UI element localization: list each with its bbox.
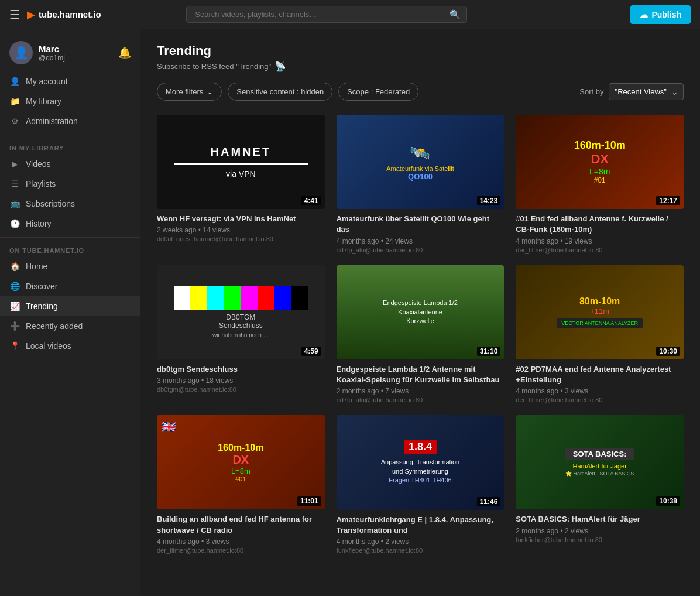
video-meta: 2 weeks ago • 14 views <box>157 226 325 234</box>
notification-bell-icon[interactable]: 🔔 <box>118 46 131 59</box>
playlist-icon: ☰ <box>9 179 20 189</box>
video-channel[interactable]: funkfieber@tube.hamnet.io:80 <box>516 536 684 543</box>
page-subtitle: Subscribe to RSS feed "Trending" 📡 <box>157 61 684 72</box>
video-meta: 4 months ago • 2 views <box>337 537 505 546</box>
sidebar-item-administration[interactable]: ⚙ Administration <box>0 111 140 131</box>
trending-icon: 📈 <box>9 302 20 311</box>
sidebar-item-discover[interactable]: 🌐 Discover <box>0 276 140 296</box>
video-duration: 11:46 <box>477 497 501 506</box>
sidebar: 👤 Marc @do1mj 🔔 👤 My account 📁 My librar… <box>0 29 140 596</box>
video-info: Endgespeiste Lambda 1/2 Antenne mit Koax… <box>337 364 505 403</box>
video-card[interactable]: Endgespeiste Lambda 1/2KoaxialantenneKur… <box>337 265 505 404</box>
video-channel[interactable]: dd7lp_afu@tube.hamnet.io:80 <box>337 246 505 254</box>
video-meta: 4 months ago • 19 views <box>516 237 684 245</box>
chevron-sort-icon: ⌄ <box>671 87 678 97</box>
sidebar-on-section-label: ON TUBE.HAMNET.IO <box>0 241 140 256</box>
menu-icon[interactable]: ☰ <box>9 8 20 22</box>
video-meta: 2 months ago • 7 views <box>337 387 505 395</box>
logo-text: tube.hamnet.io <box>39 9 101 19</box>
sidebar-item-videos[interactable]: ▶ Videos <box>0 154 140 174</box>
rss-icon[interactable]: 📡 <box>274 61 286 72</box>
logo[interactable]: ▶ tube.hamnet.io <box>27 8 101 21</box>
video-duration: 4:59 <box>301 347 321 356</box>
publish-button[interactable]: ☁ Publish <box>630 5 691 24</box>
video-thumb-wrap: HAMNETvia VPN4:41 <box>157 115 325 209</box>
video-grid: HAMNETvia VPN4:41Wenn HF versagt: via VP… <box>157 115 684 554</box>
video-duration: 10:30 <box>656 347 680 356</box>
sidebar-item-trending[interactable]: 📈 Trending <box>0 296 140 316</box>
sidebar-item-history[interactable]: 🕐 History <box>0 214 140 234</box>
sidebar-user: 👤 Marc @do1mj 🔔 <box>0 34 140 71</box>
sidebar-item-label: History <box>26 219 52 228</box>
sort-select-wrapper: "Recent Views" ⌄ <box>609 83 684 100</box>
scope-filter-button[interactable]: Scope : Federated <box>338 83 418 101</box>
video-duration: 12:17 <box>656 196 680 205</box>
sidebar-item-my-account[interactable]: 👤 My account <box>0 71 140 91</box>
page-title: Trending <box>157 43 684 59</box>
video-card[interactable]: SOTA BASICS:HamAlert für Jäger⭐ HamAlert… <box>516 415 684 554</box>
video-info: #02 PD7MAA end fed Antenne Analyzertest … <box>516 364 684 403</box>
filters-row: More filters ⌄ Sensitive content : hidde… <box>157 83 684 101</box>
search-bar: 🔍 <box>186 6 467 23</box>
video-card[interactable]: 🇬🇧160m-10mDXL=8m#0111:01Building an allb… <box>157 415 325 554</box>
video-title: #01 End fed allband Antenne f. Kurzwelle… <box>516 214 684 235</box>
subscriptions-icon: 📺 <box>9 199 20 208</box>
video-meta: 4 months ago • 3 views <box>157 537 325 546</box>
sidebar-item-label: Discover <box>26 282 57 291</box>
more-filters-button[interactable]: More filters ⌄ <box>157 83 222 101</box>
sort-row: Sort by "Recent Views" ⌄ <box>579 83 684 100</box>
video-duration: 14:23 <box>477 196 501 205</box>
video-meta: 4 months ago • 3 views <box>516 387 684 395</box>
video-thumb-wrap: DB0TGMSendeschlusswir haben ihn noch …4:… <box>157 265 325 359</box>
video-duration: 4:41 <box>301 196 321 205</box>
video-info: db0tgm Sendeschluss3 months ago • 18 vie… <box>157 364 325 393</box>
video-card[interactable]: 80m-10m+11mVECTOR ANTENNA ANALYZER10:30#… <box>516 265 684 404</box>
sidebar-item-label: My library <box>26 97 61 106</box>
sidebar-item-home[interactable]: 🏠 Home <box>0 256 140 276</box>
video-thumb-wrap: 🇬🇧160m-10mDXL=8m#0111:01 <box>157 415 325 509</box>
video-card[interactable]: HAMNETvia VPN4:41Wenn HF versagt: via VP… <box>157 115 325 254</box>
video-channel[interactable]: dd7lp_afu@tube.hamnet.io:80 <box>337 396 505 403</box>
video-channel[interactable]: dd0ul_goes_hamnet@tube.hamnet.io:80 <box>157 235 325 242</box>
sensitive-content-filter-button[interactable]: Sensitive content : hidden <box>228 83 332 101</box>
search-icon[interactable]: 🔍 <box>449 9 461 20</box>
header: ☰ ▶ tube.hamnet.io 🔍 ☁ Publish <box>0 0 700 29</box>
video-card[interactable]: 160m-10mDXL=8m#0112:17#01 End fed allban… <box>516 115 684 254</box>
video-channel[interactable]: der_filmer@tube.hamnet.io:80 <box>516 246 684 254</box>
sidebar-item-local-videos[interactable]: 📍 Local videos <box>0 336 140 356</box>
video-thumb-wrap: 1.8.4Anpassung, Transformationund Symmet… <box>337 415 505 509</box>
sidebar-item-recently-added[interactable]: ➕ Recently added <box>0 316 140 336</box>
video-icon: ▶ <box>9 159 20 169</box>
video-title: SOTA BASICS: HamAlert für Jäger <box>516 514 684 525</box>
video-card[interactable]: DB0TGMSendeschlusswir haben ihn noch …4:… <box>157 265 325 404</box>
video-info: #01 End fed allband Antenne f. Kurzwelle… <box>516 214 684 253</box>
pin-icon: 📍 <box>9 341 20 351</box>
sidebar-item-my-library[interactable]: 📁 My library <box>0 91 140 111</box>
video-card[interactable]: 🛰️Amateurfunk via SatellitQO10014:23Amat… <box>337 115 505 254</box>
video-title: Endgespeiste Lambda 1/2 Antenne mit Koax… <box>337 364 505 385</box>
user-handle: @do1mj <box>39 54 112 62</box>
video-card[interactable]: 1.8.4Anpassung, Transformationund Symmet… <box>337 415 505 554</box>
video-info: Wenn HF versagt: via VPN ins HamNet2 wee… <box>157 214 325 242</box>
sidebar-item-label: Local videos <box>26 341 71 351</box>
sidebar-divider <box>0 135 140 135</box>
video-title: Amateurfunk über Satellit QO100 Wie geht… <box>337 214 505 235</box>
video-channel[interactable]: funkfieber@tube.hamnet.io:80 <box>337 547 505 554</box>
video-title: Wenn HF versagt: via VPN ins HamNet <box>157 214 325 224</box>
account-icon: 👤 <box>9 77 20 86</box>
home-icon: 🏠 <box>9 262 20 271</box>
video-title: #02 PD7MAA end fed Antenne Analyzertest … <box>516 364 684 385</box>
main-content: Trending Subscribe to RSS feed "Trending… <box>140 29 700 596</box>
video-thumb-wrap: Endgespeiste Lambda 1/2KoaxialantenneKur… <box>337 265 505 359</box>
video-channel[interactable]: db0tgm@tube.hamnet.io:80 <box>157 386 325 393</box>
sidebar-item-label: Home <box>26 262 47 271</box>
video-thumb-wrap: SOTA BASICS:HamAlert für Jäger⭐ HamAlert… <box>516 415 684 509</box>
video-thumb-wrap: 160m-10mDXL=8m#0112:17 <box>516 115 684 209</box>
video-channel[interactable]: der_filmer@tube.hamnet.io:80 <box>157 547 325 554</box>
upload-icon: ☁ <box>640 10 648 19</box>
sidebar-item-subscriptions[interactable]: 📺 Subscriptions <box>0 194 140 214</box>
search-input[interactable] <box>193 6 449 22</box>
sidebar-item-playlists[interactable]: ☰ Playlists <box>0 174 140 194</box>
plus-icon: ➕ <box>9 321 20 331</box>
video-channel[interactable]: der_filmer@tube.hamnet.io:80 <box>516 396 684 403</box>
